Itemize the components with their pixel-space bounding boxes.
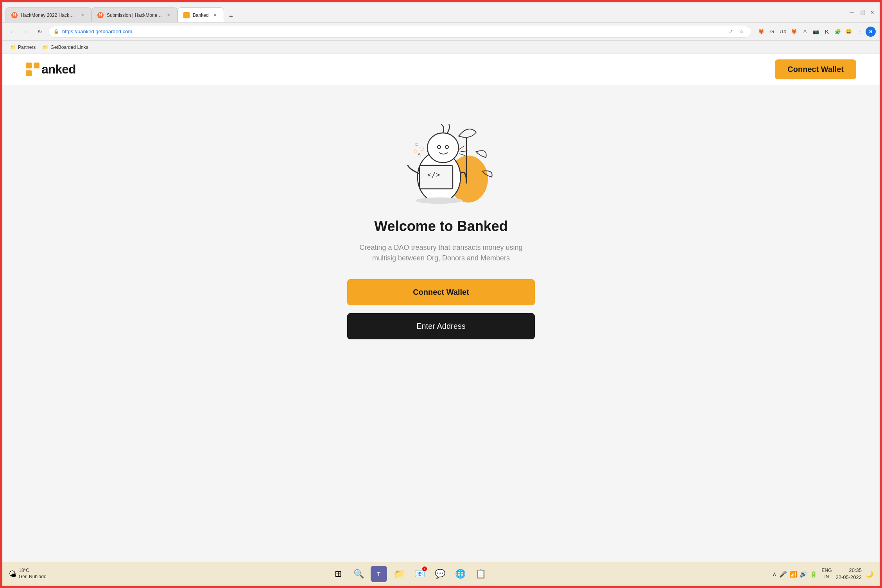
tab-favicon-3 xyxy=(183,12,190,18)
folder-icon: 📁 xyxy=(10,45,16,50)
bookmark-partners[interactable]: 📁 Partners xyxy=(7,43,39,52)
ext-puzzle[interactable]: 🧩 xyxy=(833,27,843,37)
lock-icon: 🔒 xyxy=(54,29,59,34)
welcome-title: Welcome to Banked xyxy=(347,218,535,235)
ext-firefox[interactable]: 🦊 xyxy=(789,27,799,37)
back-button[interactable]: ‹ xyxy=(6,26,17,37)
tabs-area: H HackMoney 2022 Hacker Accou... ✕ H Sub… xyxy=(5,2,844,22)
ext-translate[interactable]: G xyxy=(767,27,777,37)
bookmark-label-partners: Partners xyxy=(18,45,36,50)
welcome-subtitle: Creating a DAO treasury that transacts m… xyxy=(347,242,535,264)
svg-text:A: A xyxy=(418,152,421,158)
tab-hackmoney[interactable]: H HackMoney 2022 Hacker Accou... ✕ xyxy=(5,7,91,22)
profile-icon[interactable]: S xyxy=(866,27,876,37)
ext-screenshot[interactable]: 📷 xyxy=(811,27,821,37)
system-icons: ∧ 🎤 📶 🔊 🔋 xyxy=(772,570,817,578)
clock-area: 20:35 22-05-2022 xyxy=(836,567,862,581)
bookmarks-bar: 📁 Partners 📁 GetBoarded Links xyxy=(2,41,880,54)
clock-time: 20:35 xyxy=(836,567,862,574)
taskbar-outlook-button[interactable]: 📧 1 xyxy=(411,566,428,582)
browser-frame: H HackMoney 2022 Hacker Accou... ✕ H Sub… xyxy=(0,0,882,588)
tab-label-2: Submission | HackMoney 2022 xyxy=(107,13,162,18)
menu-dots[interactable]: ⋮ xyxy=(855,27,865,37)
svg-text:</>: </> xyxy=(427,170,440,179)
tab-submission[interactable]: H Submission | HackMoney 2022 ✕ xyxy=(91,7,177,22)
weather-info: 🌤 18°C Ger. Nublado xyxy=(9,568,47,580)
app-header: anked Connect Wallet xyxy=(2,54,880,85)
address-actions: ↗ ☆ xyxy=(726,27,746,36)
taskbar-teams-button[interactable]: T xyxy=(371,566,387,582)
ext-face[interactable]: 😀 xyxy=(844,27,854,37)
mic-icon[interactable]: 🎤 xyxy=(779,570,787,578)
taskbar-right: ∧ 🎤 📶 🔊 🔋 ENG IN 20:35 22-05-2022 🌙 xyxy=(772,567,873,581)
tab-close-3[interactable]: ✕ xyxy=(212,12,218,18)
taskbar-files-button[interactable]: 📁 xyxy=(391,566,407,582)
ext-algo[interactable]: A xyxy=(800,27,810,37)
ext-k[interactable]: K xyxy=(822,27,832,37)
taskbar-skype-button[interactable]: 💬 xyxy=(432,566,448,582)
taskbar-chrome-button[interactable]: 🌐 xyxy=(452,566,468,582)
svg-rect-2 xyxy=(184,16,186,18)
taskbar-search-button[interactable]: 🔍 xyxy=(350,566,367,582)
lang-text: ENG xyxy=(821,568,832,574)
bookmark-star-icon[interactable]: ☆ xyxy=(737,27,746,36)
taskbar-start-button[interactable]: ⊞ xyxy=(330,566,346,582)
illustration-container: </> △ □ ◯ A xyxy=(375,101,507,210)
svg-rect-4 xyxy=(34,63,39,68)
svg-rect-1 xyxy=(187,13,189,15)
close-button[interactable]: ✕ xyxy=(868,8,877,17)
tab-close-1[interactable]: ✕ xyxy=(79,12,86,18)
main-content: </> △ □ ◯ A Welcome to Banked Creati xyxy=(2,85,880,562)
svg-rect-0 xyxy=(184,13,186,15)
bookmark-getboarded[interactable]: 📁 GetBoarded Links xyxy=(39,43,91,52)
taskbar: 🌤 18°C Ger. Nublado ⊞ 🔍 T 📁 📧 1 💬 🌐 📋 ∧ xyxy=(2,562,880,586)
clock-date: 22-05-2022 xyxy=(836,574,862,581)
share-icon[interactable]: ↗ xyxy=(726,27,735,36)
forward-button[interactable]: › xyxy=(20,26,31,37)
wifi-icon[interactable]: 📶 xyxy=(789,570,797,578)
bookmark-label-getboarded: GetBoarded Links xyxy=(50,45,88,50)
tab-banked[interactable]: Banked ✕ xyxy=(177,7,224,22)
tab-label-1: HackMoney 2022 Hacker Accou... xyxy=(21,13,76,18)
ext-metamask[interactable]: 🦊 xyxy=(756,27,766,37)
svg-rect-3 xyxy=(26,63,32,68)
battery-icon[interactable]: 🔋 xyxy=(810,570,817,578)
tab-close-2[interactable]: ✕ xyxy=(165,12,172,18)
weather-text: 18°C Ger. Nublado xyxy=(19,568,47,580)
svg-rect-5 xyxy=(26,70,32,76)
svg-text:△: △ xyxy=(414,147,418,153)
svg-line-17 xyxy=(459,146,464,150)
expand-icon[interactable]: ∧ xyxy=(772,570,777,578)
address-bar-row: ‹ › ↻ 🔒 https://banked.getboarded.com ↗ … xyxy=(2,23,880,41)
taskbar-extra-button[interactable]: 📋 xyxy=(472,566,489,582)
maximize-button[interactable]: ⬜ xyxy=(858,8,866,17)
tab-favicon-1: H xyxy=(11,12,18,18)
enter-address-button[interactable]: Enter Address xyxy=(347,313,535,339)
title-bar: H HackMoney 2022 Hacker Accou... ✕ H Sub… xyxy=(2,2,880,23)
reload-button[interactable]: ↻ xyxy=(34,26,45,37)
extension-icons: 🦊 G UX 🦊 A 📷 K 🧩 😀 ⋮ S xyxy=(756,27,876,37)
connect-wallet-header-button[interactable]: Connect Wallet xyxy=(775,59,856,79)
welcome-area: Welcome to Banked Creating a DAO treasur… xyxy=(347,218,535,339)
language-indicator: ENG IN xyxy=(821,568,832,580)
window-controls: — ⬜ ✕ xyxy=(848,8,877,17)
page-area: anked Connect Wallet xyxy=(2,54,880,562)
notification-bell[interactable]: 🌙 xyxy=(866,570,873,578)
svg-point-8 xyxy=(427,133,459,163)
address-bar[interactable]: 🔒 https://banked.getboarded.com ↗ ☆ xyxy=(48,26,751,38)
folder-icon-2: 📁 xyxy=(43,45,48,50)
speaker-icon[interactable]: 🔊 xyxy=(800,570,807,578)
taskbar-left: 🌤 18°C Ger. Nublado xyxy=(9,568,47,580)
weather-temp: 18°C xyxy=(19,568,47,574)
lang-region: IN xyxy=(821,574,832,580)
svg-point-20 xyxy=(416,197,463,204)
tab-label-3: Banked xyxy=(193,13,209,18)
illustration-svg: </> △ □ ◯ A xyxy=(382,105,500,206)
action-buttons: Connect Wallet Enter Address xyxy=(347,279,535,339)
minimize-button[interactable]: — xyxy=(848,8,856,17)
ext-ux[interactable]: UX xyxy=(778,27,788,37)
address-text: https://banked.getboarded.com xyxy=(62,29,723,34)
new-tab-button[interactable]: + xyxy=(226,11,237,22)
logo-icon xyxy=(26,63,40,77)
connect-wallet-main-button[interactable]: Connect Wallet xyxy=(347,279,535,305)
